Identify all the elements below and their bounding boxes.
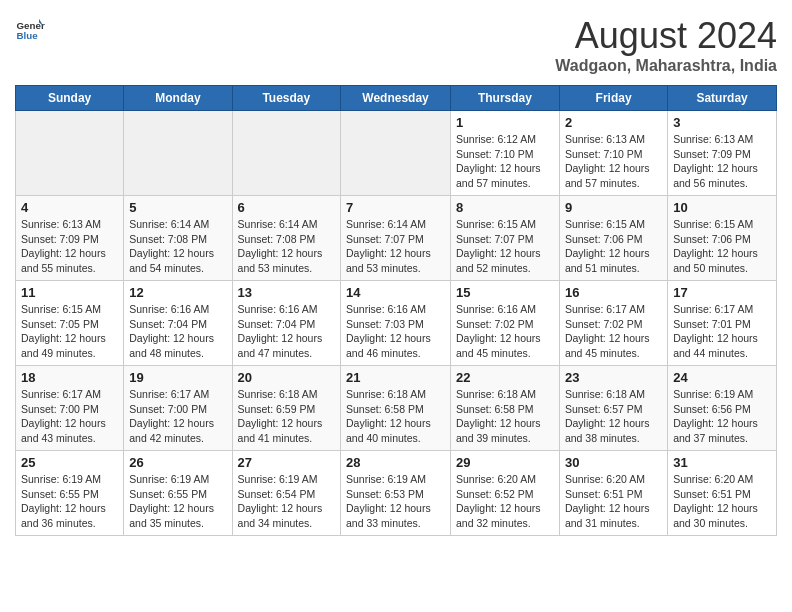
day-number: 21 (346, 370, 445, 385)
calendar-cell: 19Sunrise: 6:17 AM Sunset: 7:00 PM Dayli… (124, 366, 232, 451)
day-number: 6 (238, 200, 335, 215)
calendar-day-header: Friday (559, 86, 667, 111)
calendar-cell: 8Sunrise: 6:15 AM Sunset: 7:07 PM Daylig… (450, 196, 559, 281)
day-info: Sunrise: 6:18 AM Sunset: 6:58 PM Dayligh… (456, 387, 554, 446)
day-number: 30 (565, 455, 662, 470)
calendar-cell: 14Sunrise: 6:16 AM Sunset: 7:03 PM Dayli… (341, 281, 451, 366)
calendar-day-header: Sunday (16, 86, 124, 111)
day-number: 25 (21, 455, 118, 470)
day-number: 14 (346, 285, 445, 300)
page-title: August 2024 (555, 15, 777, 57)
calendar-header-row: SundayMondayTuesdayWednesdayThursdayFrid… (16, 86, 777, 111)
page-subtitle: Wadgaon, Maharashtra, India (555, 57, 777, 75)
calendar-cell: 28Sunrise: 6:19 AM Sunset: 6:53 PM Dayli… (341, 451, 451, 536)
calendar-cell: 5Sunrise: 6:14 AM Sunset: 7:08 PM Daylig… (124, 196, 232, 281)
svg-text:Blue: Blue (17, 30, 39, 41)
calendar-table: SundayMondayTuesdayWednesdayThursdayFrid… (15, 85, 777, 536)
day-number: 27 (238, 455, 335, 470)
logo-icon: General Blue (15, 15, 45, 45)
calendar-cell: 1Sunrise: 6:12 AM Sunset: 7:10 PM Daylig… (450, 111, 559, 196)
day-info: Sunrise: 6:19 AM Sunset: 6:56 PM Dayligh… (673, 387, 771, 446)
day-number: 4 (21, 200, 118, 215)
day-info: Sunrise: 6:19 AM Sunset: 6:53 PM Dayligh… (346, 472, 445, 531)
calendar-cell: 29Sunrise: 6:20 AM Sunset: 6:52 PM Dayli… (450, 451, 559, 536)
calendar-cell: 26Sunrise: 6:19 AM Sunset: 6:55 PM Dayli… (124, 451, 232, 536)
day-number: 20 (238, 370, 335, 385)
day-info: Sunrise: 6:14 AM Sunset: 7:07 PM Dayligh… (346, 217, 445, 276)
day-number: 19 (129, 370, 226, 385)
day-number: 15 (456, 285, 554, 300)
calendar-cell: 4Sunrise: 6:13 AM Sunset: 7:09 PM Daylig… (16, 196, 124, 281)
day-info: Sunrise: 6:15 AM Sunset: 7:07 PM Dayligh… (456, 217, 554, 276)
day-number: 29 (456, 455, 554, 470)
day-info: Sunrise: 6:15 AM Sunset: 7:06 PM Dayligh… (673, 217, 771, 276)
day-info: Sunrise: 6:14 AM Sunset: 7:08 PM Dayligh… (129, 217, 226, 276)
day-info: Sunrise: 6:16 AM Sunset: 7:04 PM Dayligh… (129, 302, 226, 361)
page-header: General Blue August 2024 Wadgaon, Mahara… (15, 15, 777, 75)
day-number: 12 (129, 285, 226, 300)
day-number: 26 (129, 455, 226, 470)
day-number: 9 (565, 200, 662, 215)
day-number: 23 (565, 370, 662, 385)
calendar-cell: 3Sunrise: 6:13 AM Sunset: 7:09 PM Daylig… (668, 111, 777, 196)
day-info: Sunrise: 6:14 AM Sunset: 7:08 PM Dayligh… (238, 217, 335, 276)
day-number: 3 (673, 115, 771, 130)
calendar-cell: 7Sunrise: 6:14 AM Sunset: 7:07 PM Daylig… (341, 196, 451, 281)
day-number: 10 (673, 200, 771, 215)
day-number: 1 (456, 115, 554, 130)
calendar-cell: 6Sunrise: 6:14 AM Sunset: 7:08 PM Daylig… (232, 196, 340, 281)
calendar-cell: 22Sunrise: 6:18 AM Sunset: 6:58 PM Dayli… (450, 366, 559, 451)
calendar-day-header: Tuesday (232, 86, 340, 111)
day-number: 2 (565, 115, 662, 130)
calendar-cell: 15Sunrise: 6:16 AM Sunset: 7:02 PM Dayli… (450, 281, 559, 366)
day-info: Sunrise: 6:17 AM Sunset: 7:00 PM Dayligh… (21, 387, 118, 446)
calendar-cell: 16Sunrise: 6:17 AM Sunset: 7:02 PM Dayli… (559, 281, 667, 366)
calendar-day-header: Saturday (668, 86, 777, 111)
day-info: Sunrise: 6:15 AM Sunset: 7:06 PM Dayligh… (565, 217, 662, 276)
calendar-cell: 10Sunrise: 6:15 AM Sunset: 7:06 PM Dayli… (668, 196, 777, 281)
calendar-cell: 31Sunrise: 6:20 AM Sunset: 6:51 PM Dayli… (668, 451, 777, 536)
calendar-cell: 30Sunrise: 6:20 AM Sunset: 6:51 PM Dayli… (559, 451, 667, 536)
calendar-cell: 20Sunrise: 6:18 AM Sunset: 6:59 PM Dayli… (232, 366, 340, 451)
day-info: Sunrise: 6:12 AM Sunset: 7:10 PM Dayligh… (456, 132, 554, 191)
calendar-cell: 25Sunrise: 6:19 AM Sunset: 6:55 PM Dayli… (16, 451, 124, 536)
day-info: Sunrise: 6:15 AM Sunset: 7:05 PM Dayligh… (21, 302, 118, 361)
calendar-week-row: 18Sunrise: 6:17 AM Sunset: 7:00 PM Dayli… (16, 366, 777, 451)
day-number: 7 (346, 200, 445, 215)
day-number: 31 (673, 455, 771, 470)
calendar-cell: 17Sunrise: 6:17 AM Sunset: 7:01 PM Dayli… (668, 281, 777, 366)
calendar-cell: 23Sunrise: 6:18 AM Sunset: 6:57 PM Dayli… (559, 366, 667, 451)
calendar-body: 1Sunrise: 6:12 AM Sunset: 7:10 PM Daylig… (16, 111, 777, 536)
day-info: Sunrise: 6:18 AM Sunset: 6:59 PM Dayligh… (238, 387, 335, 446)
day-info: Sunrise: 6:18 AM Sunset: 6:57 PM Dayligh… (565, 387, 662, 446)
calendar-cell (124, 111, 232, 196)
day-info: Sunrise: 6:13 AM Sunset: 7:10 PM Dayligh… (565, 132, 662, 191)
day-info: Sunrise: 6:20 AM Sunset: 6:51 PM Dayligh… (673, 472, 771, 531)
title-area: August 2024 Wadgaon, Maharashtra, India (555, 15, 777, 75)
day-info: Sunrise: 6:17 AM Sunset: 7:00 PM Dayligh… (129, 387, 226, 446)
day-info: Sunrise: 6:19 AM Sunset: 6:54 PM Dayligh… (238, 472, 335, 531)
calendar-week-row: 1Sunrise: 6:12 AM Sunset: 7:10 PM Daylig… (16, 111, 777, 196)
svg-text:General: General (17, 20, 46, 31)
day-number: 16 (565, 285, 662, 300)
day-info: Sunrise: 6:20 AM Sunset: 6:52 PM Dayligh… (456, 472, 554, 531)
day-number: 28 (346, 455, 445, 470)
day-info: Sunrise: 6:18 AM Sunset: 6:58 PM Dayligh… (346, 387, 445, 446)
day-info: Sunrise: 6:17 AM Sunset: 7:01 PM Dayligh… (673, 302, 771, 361)
calendar-cell: 21Sunrise: 6:18 AM Sunset: 6:58 PM Dayli… (341, 366, 451, 451)
calendar-cell: 24Sunrise: 6:19 AM Sunset: 6:56 PM Dayli… (668, 366, 777, 451)
day-info: Sunrise: 6:13 AM Sunset: 7:09 PM Dayligh… (673, 132, 771, 191)
day-info: Sunrise: 6:16 AM Sunset: 7:04 PM Dayligh… (238, 302, 335, 361)
day-number: 5 (129, 200, 226, 215)
day-info: Sunrise: 6:20 AM Sunset: 6:51 PM Dayligh… (565, 472, 662, 531)
day-number: 8 (456, 200, 554, 215)
calendar-week-row: 11Sunrise: 6:15 AM Sunset: 7:05 PM Dayli… (16, 281, 777, 366)
day-info: Sunrise: 6:17 AM Sunset: 7:02 PM Dayligh… (565, 302, 662, 361)
logo: General Blue (15, 15, 45, 45)
day-number: 24 (673, 370, 771, 385)
calendar-week-row: 4Sunrise: 6:13 AM Sunset: 7:09 PM Daylig… (16, 196, 777, 281)
calendar-day-header: Wednesday (341, 86, 451, 111)
calendar-cell: 11Sunrise: 6:15 AM Sunset: 7:05 PM Dayli… (16, 281, 124, 366)
calendar-cell (16, 111, 124, 196)
calendar-day-header: Monday (124, 86, 232, 111)
